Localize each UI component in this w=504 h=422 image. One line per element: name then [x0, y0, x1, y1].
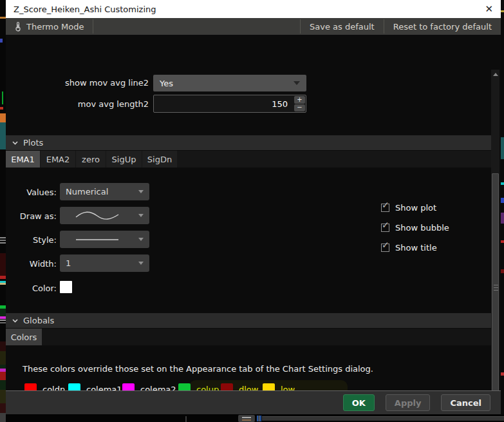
dialog-toolbar: Thermo Mode Save as default Reset to fac… — [6, 18, 501, 35]
show-mov-avg-line2-dropdown[interactable]: Yes — [153, 75, 306, 91]
values-label: Values: — [6, 187, 57, 197]
checkbox-checked[interactable]: ✓ — [381, 204, 389, 212]
background-bar — [260, 416, 261, 421]
thumb-grip — [494, 290, 498, 291]
thumb-grip — [494, 285, 498, 285]
tab-ema2[interactable]: EMA2 — [41, 151, 75, 168]
values-dropdown[interactable]: Numerical — [60, 183, 149, 200]
chevron-down-icon — [294, 81, 300, 85]
chart-sliver-segment — [0, 320, 6, 321]
draw-as-dropdown[interactable] — [60, 207, 149, 224]
ok-button[interactable]: OK — [343, 394, 375, 411]
scrollbar-thumb[interactable] — [492, 173, 499, 402]
background-chart-left-sliver — [0, 0, 6, 422]
style-label: Style: — [6, 235, 57, 245]
check-icon: ✓ — [382, 200, 389, 210]
width-label: Width: — [6, 259, 57, 269]
plots-section-header[interactable]: Plots — [6, 135, 491, 150]
colors-note-text: These colors override those set on the A… — [23, 364, 373, 374]
chart-sliver-segment — [0, 39, 3, 43]
chart-sliver-segment — [0, 309, 6, 316]
chart-sliver-segment — [0, 351, 6, 365]
show-plot-label: Show plot — [395, 203, 436, 213]
check-icon: ✓ — [382, 220, 389, 230]
globals-tab-bar: Colors — [6, 329, 491, 345]
background-app-strip — [6, 414, 504, 422]
customizing-dialog: Z_Score_Heiken_Ashi Customizing ✕ Thermo… — [6, 0, 501, 414]
chart-sliver-segment — [0, 240, 6, 241]
scroll-up-icon[interactable] — [493, 73, 498, 76]
globals-section-header[interactable]: Globals — [6, 313, 491, 328]
tab-sigup[interactable]: SigUp — [106, 151, 142, 168]
show-title-label: Show title — [395, 243, 437, 253]
chart-sliver-segment — [0, 107, 3, 110]
chevron-down-icon — [138, 214, 144, 217]
apply-button[interactable]: Apply — [386, 394, 431, 411]
plots-section-label: Plots — [23, 138, 43, 148]
dialog-footer: OK Apply Cancel — [6, 390, 501, 414]
chart-sliver-segment — [0, 253, 6, 276]
number-spinner: + − — [294, 96, 305, 111]
screen: Z_Score_Heiken_Ashi Customizing ✕ Thermo… — [0, 0, 504, 422]
globals-section-label: Globals — [23, 316, 54, 325]
chart-sliver-segment — [0, 17, 6, 19]
style-dropdown[interactable] — [60, 231, 149, 248]
close-icon[interactable]: ✕ — [485, 5, 493, 14]
width-dropdown[interactable]: 1 — [60, 254, 149, 272]
plot-color-swatch[interactable] — [60, 281, 72, 293]
background-bar — [259, 416, 259, 421]
draw-as-label: Draw as: — [6, 211, 57, 221]
chart-sliver-segment — [0, 390, 6, 403]
title-bar: Z_Score_Heiken_Ashi Customizing ✕ — [6, 0, 501, 18]
show-bubble-checkbox-row[interactable]: ✓ Show bubble — [381, 223, 449, 233]
thermometer-icon — [15, 21, 21, 32]
thermo-mode-button[interactable]: Thermo Mode — [6, 18, 93, 35]
vertical-scrollbar[interactable] — [491, 70, 499, 422]
chevron-down-icon — [138, 238, 144, 241]
chart-sliver-segment — [0, 276, 6, 279]
background-divider — [185, 416, 187, 422]
solid-line-icon — [75, 238, 120, 242]
chart-sliver-segment — [0, 380, 6, 390]
chart-sliver-segment — [2, 91, 3, 104]
thermo-mode-label: Thermo Mode — [26, 22, 84, 32]
color-label: Color: — [6, 283, 57, 293]
tab-ema1[interactable]: EMA1 — [6, 151, 40, 168]
chevron-down-icon — [138, 262, 144, 265]
mov-avg-length2-label: mov avg length2 — [6, 99, 149, 109]
tab-colors[interactable]: Colors — [6, 329, 42, 345]
chart-sliver-segment — [0, 237, 6, 238]
reset-to-factory-default-button[interactable]: Reset to factory default — [384, 18, 501, 35]
tab-zero[interactable]: zero — [76, 151, 106, 168]
save-as-default-button[interactable]: Save as default — [301, 18, 384, 35]
chart-sliver-segment — [0, 372, 6, 380]
background-bar — [257, 416, 258, 421]
chart-sliver-segment — [0, 242, 6, 244]
chart-sliver-segment — [0, 403, 6, 413]
chevron-down-icon — [12, 319, 18, 323]
check-icon: ✓ — [382, 240, 389, 250]
tab-sigdn[interactable]: SigDn — [142, 151, 177, 168]
chevron-down-icon — [138, 190, 144, 193]
chart-sliver-segment — [0, 322, 6, 323]
chart-sliver-segment — [0, 122, 6, 149]
thumb-grip — [494, 287, 498, 288]
show-bubble-label: Show bubble — [395, 223, 449, 233]
mov-avg-length2-input[interactable] — [153, 95, 306, 113]
background-menu-icon — [238, 415, 255, 422]
cancel-button[interactable]: Cancel — [441, 394, 490, 411]
chart-sliver-segment — [0, 341, 6, 351]
show-title-checkbox-row[interactable]: ✓ Show title — [381, 243, 437, 253]
plots-tab-bar: EMA1 EMA2 zero SigUp SigDn — [6, 151, 491, 168]
background-panel-bar — [262, 416, 504, 421]
mov-avg-length2-field: + − — [153, 95, 306, 113]
chart-sliver-segment — [0, 316, 6, 319]
checkbox-checked[interactable]: ✓ — [381, 224, 389, 232]
show-plot-checkbox-row[interactable]: ✓ Show plot — [381, 203, 436, 213]
spinner-decrement-button[interactable]: − — [294, 104, 305, 112]
checkbox-checked[interactable]: ✓ — [381, 244, 389, 252]
dropdown-value: Yes — [160, 79, 173, 88]
spinner-increment-button[interactable]: + — [294, 96, 305, 104]
dropdown-value: 1 — [66, 258, 71, 268]
wave-line-icon — [75, 211, 120, 220]
